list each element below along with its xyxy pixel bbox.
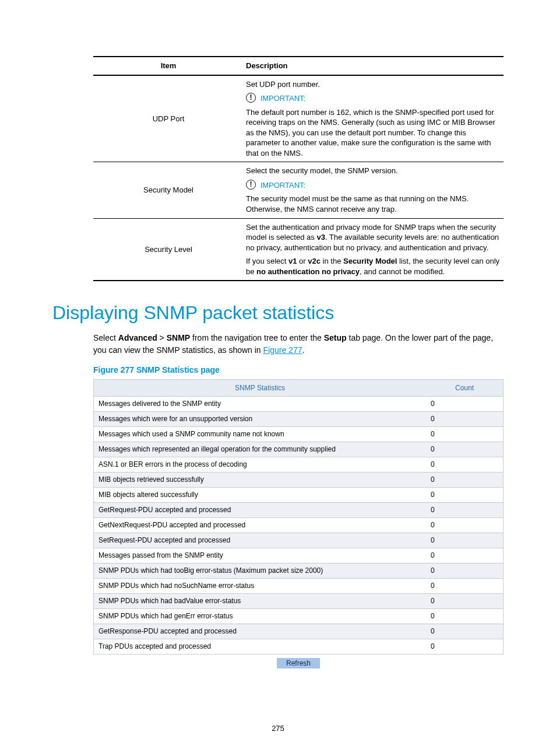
important-label-line: IMPORTANT:	[246, 180, 501, 191]
table-row: Messages passed from the SNMP entity0	[94, 548, 504, 563]
stat-name: SNMP PDUs which had noSuchName error-sta…	[94, 578, 427, 593]
table-row: MIB objects altered successfully0	[94, 487, 504, 502]
description-table: Item Description UDP Port Set UDP port n…	[93, 56, 504, 281]
table-row: ASN.1 or BER errors in the process of de…	[94, 457, 504, 472]
stat-name: GetResponse-PDU accepted and processed	[94, 624, 427, 639]
udp-port-set: Set UDP port number.	[246, 79, 501, 90]
stat-name: SNMP PDUs which had genErr error-status	[94, 608, 427, 624]
security-model-set: Select the security model, the SNMP vers…	[246, 166, 501, 176]
stat-count: 0	[426, 533, 504, 548]
security-model-body: The security model must be the same as t…	[246, 194, 501, 214]
table-row: Messages which represented an illegal op…	[94, 442, 504, 457]
stat-count: 0	[426, 593, 504, 608]
important-label: IMPORTANT:	[261, 181, 306, 190]
text: , and cannot be modified.	[360, 267, 445, 276]
stat-name: GetRequest-PDU accepted and processed	[94, 502, 427, 517]
th-stat-name: SNMP Statistics	[94, 379, 427, 396]
stat-count: 0	[426, 411, 504, 426]
figure-caption: Figure 277 SNMP Statistics page	[93, 365, 504, 374]
text: in the	[321, 257, 343, 265]
row-udp-port: UDP Port Set UDP port number. IMPORTANT:…	[93, 75, 504, 162]
stat-count: 0	[426, 442, 504, 457]
bold-security-model: Security Model	[343, 257, 397, 265]
text: or	[297, 257, 308, 265]
important-label: IMPORTANT:	[261, 94, 306, 103]
stat-name: MIB objects retrieved successfully	[94, 472, 427, 487]
table-row: MIB objects retrieved successfully0	[94, 472, 504, 487]
table-row: SNMP PDUs which had genErr error-status0	[94, 608, 504, 624]
stat-count: 0	[426, 502, 504, 517]
stat-name: Messages which represented an illegal op…	[94, 442, 427, 457]
stat-name: GetNextRequest-PDU accepted and processe…	[94, 517, 427, 533]
row-security-level: Security Level Set the authentication an…	[93, 218, 504, 281]
security-level-p1: Set the authentication and privacy mode …	[246, 222, 501, 253]
important-icon	[246, 180, 256, 190]
stat-count: 0	[426, 396, 504, 411]
text: .	[302, 345, 304, 355]
stat-count: 0	[426, 639, 504, 654]
table-row: SetRequest-PDU accepted and processed0	[94, 533, 504, 548]
th-stat-count: Count	[426, 379, 504, 396]
stat-count: 0	[426, 548, 504, 563]
bold-v2c: v2c	[308, 257, 321, 265]
th-description: Description	[244, 57, 504, 75]
table-row: GetRequest-PDU accepted and processed0	[94, 502, 504, 517]
table-row: Messages which were for an unsupported v…	[94, 411, 504, 426]
bold-v3: v3	[316, 233, 325, 242]
table-row: SNMP PDUs which had badValue error-statu…	[94, 593, 504, 608]
stat-name: SNMP PDUs which had badValue error-statu…	[94, 593, 427, 608]
stat-count: 0	[426, 563, 504, 578]
stat-name: MIB objects altered successfully	[94, 487, 427, 502]
text: If you select	[246, 257, 288, 265]
table-row: GetResponse-PDU accepted and processed0	[94, 624, 504, 639]
stat-name: Messages passed from the SNMP entity	[94, 548, 427, 563]
snmp-statistics-table: SNMP Statistics Count Messages delivered…	[93, 379, 504, 654]
bold-snmp: SNMP	[167, 333, 190, 342]
stat-name: Messages which used a SNMP community nam…	[94, 426, 427, 442]
table-row: SNMP PDUs which had tooBig error-status …	[94, 563, 504, 578]
stat-count: 0	[426, 608, 504, 624]
bold-setup: Setup	[324, 333, 347, 342]
table-row: SNMP PDUs which had noSuchName error-sta…	[94, 578, 504, 593]
stat-name: Messages which were for an unsupported v…	[94, 411, 427, 426]
stat-count: 0	[426, 472, 504, 487]
intro-paragraph: Select Advanced > SNMP from the navigati…	[93, 332, 504, 356]
stat-count: 0	[426, 426, 504, 442]
text: Select	[93, 333, 118, 342]
page-number: 275	[0, 724, 556, 733]
link-figure-277[interactable]: Figure 277	[263, 345, 302, 355]
table-row: Messages which used a SNMP community nam…	[94, 426, 504, 442]
important-icon	[246, 93, 256, 103]
table-row: GetNextRequest-PDU accepted and processe…	[94, 517, 504, 533]
stat-name: Messages delivered to the SNMP entity	[94, 396, 427, 411]
table-row: Trap PDUs accepted and processed0	[94, 639, 504, 654]
important-label-line: IMPORTANT:	[246, 93, 501, 104]
stat-name: SNMP PDUs which had tooBig error-status …	[94, 563, 427, 578]
text: >	[157, 333, 167, 342]
bold-v1: v1	[288, 257, 297, 265]
stat-name: Trap PDUs accepted and processed	[94, 639, 427, 654]
bold-no-auth: no authentication no privacy	[256, 267, 360, 276]
stat-count: 0	[426, 487, 504, 502]
security-level-p2: If you select v1 or v2c in the Security …	[246, 256, 501, 276]
section-heading: Displaying SNMP packet statistics	[52, 302, 504, 324]
th-item: Item	[93, 57, 244, 75]
table-row: Messages delivered to the SNMP entity0	[94, 396, 504, 411]
cell-desc: Set the authentication and privacy mode …	[244, 218, 504, 281]
cell-item: Security Model	[93, 162, 244, 218]
stat-count: 0	[426, 578, 504, 593]
udp-port-body: The default port number is 162, which is…	[246, 107, 501, 159]
bold-advanced: Advanced	[118, 333, 157, 342]
cell-desc: Select the security model, the SNMP vers…	[244, 162, 504, 218]
stat-count: 0	[426, 517, 504, 533]
stat-name: SetRequest-PDU accepted and processed	[94, 533, 427, 548]
cell-item: UDP Port	[93, 75, 244, 162]
stat-name: ASN.1 or BER errors in the process of de…	[94, 457, 427, 472]
text: from the navigation tree to enter the	[190, 333, 324, 342]
cell-desc: Set UDP port number. IMPORTANT: The defa…	[244, 75, 504, 162]
row-security-model: Security Model Select the security model…	[93, 162, 504, 218]
refresh-button[interactable]: Refresh	[277, 658, 320, 668]
stat-count: 0	[426, 624, 504, 639]
cell-item: Security Level	[93, 218, 244, 281]
stat-count: 0	[426, 457, 504, 472]
